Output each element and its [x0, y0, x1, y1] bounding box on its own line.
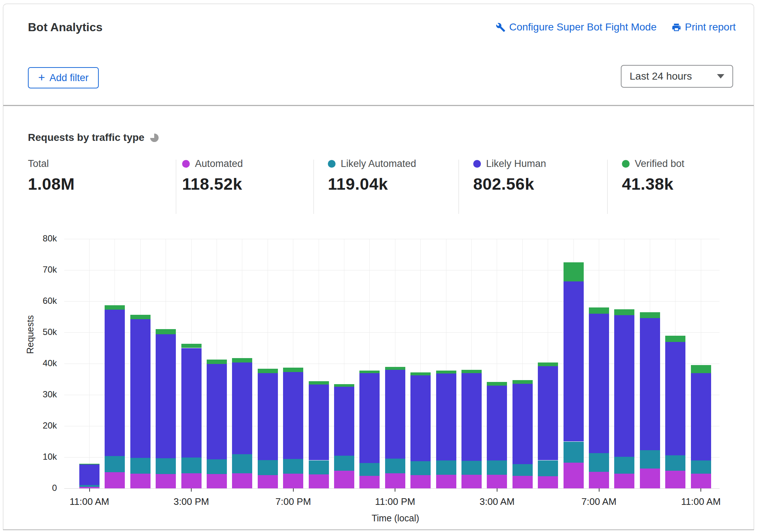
print-link-label: Print report — [685, 21, 736, 33]
stat-verified-bot-label: Verified bot — [635, 158, 684, 170]
stat-likely-human: Likely Human 802.56k — [473, 158, 546, 194]
time-range-value: Last 24 hours — [630, 70, 692, 82]
section-title: Requests by traffic type — [28, 132, 144, 143]
stat-verified-bot-value: 41.38k — [622, 175, 684, 194]
stat-likely-human-label: Likely Human — [486, 158, 546, 170]
section-title-row: Requests by traffic type — [28, 132, 159, 143]
stat-divider — [459, 160, 459, 214]
stat-divider — [314, 160, 314, 214]
stat-divider — [607, 160, 608, 214]
y-axis-title: Requests — [25, 339, 36, 354]
stat-automated-label: Automated — [195, 158, 243, 170]
stat-likely-automated: Likely Automated 119.04k — [328, 158, 416, 194]
configure-super-bot-fight-mode-link[interactable]: Configure Super Bot Fight Mode — [496, 21, 657, 33]
wrench-icon — [496, 22, 506, 32]
stat-likely-automated-label: Likely Automated — [341, 158, 416, 170]
configure-link-label: Configure Super Bot Fight Mode — [509, 21, 657, 33]
stat-divider — [176, 160, 176, 214]
stat-automated: Automated 118.52k — [182, 158, 243, 194]
stat-automated-value: 118.52k — [182, 175, 243, 194]
verified-bot-legend-dot — [622, 160, 630, 168]
stat-total-label: Total — [28, 158, 49, 170]
stat-verified-bot: Verified bot 41.38k — [622, 158, 684, 194]
stat-total-value: 1.08M — [28, 175, 75, 194]
bot-analytics-card: Bot Analytics Configure Super Bot Fight … — [3, 4, 754, 530]
plus-icon: + — [38, 72, 45, 83]
chevron-down-icon — [717, 74, 724, 79]
x-axis-title: Time (local) — [359, 513, 432, 524]
add-filter-label: Add filter — [50, 72, 89, 84]
pie-chart-icon — [150, 134, 159, 142]
stat-total: Total 1.08M — [28, 158, 75, 194]
automated-legend-dot — [182, 160, 190, 168]
stat-likely-human-value: 802.56k — [473, 175, 546, 194]
likely-human-legend-dot — [473, 160, 481, 168]
page-title: Bot Analytics — [28, 21, 102, 34]
print-report-link[interactable]: Print report — [671, 21, 736, 33]
likely-automated-legend-dot — [328, 160, 336, 168]
stat-likely-automated-value: 119.04k — [328, 175, 416, 194]
header-links: Configure Super Bot Fight Mode Print rep… — [496, 21, 736, 33]
time-range-dropdown[interactable]: Last 24 hours — [621, 65, 733, 88]
traffic-type-stats: Total 1.08M Automated 118.52k Likely Aut… — [3, 158, 754, 217]
add-filter-button[interactable]: + Add filter — [28, 67, 99, 88]
printer-icon — [671, 22, 681, 32]
header-divider — [3, 105, 754, 106]
